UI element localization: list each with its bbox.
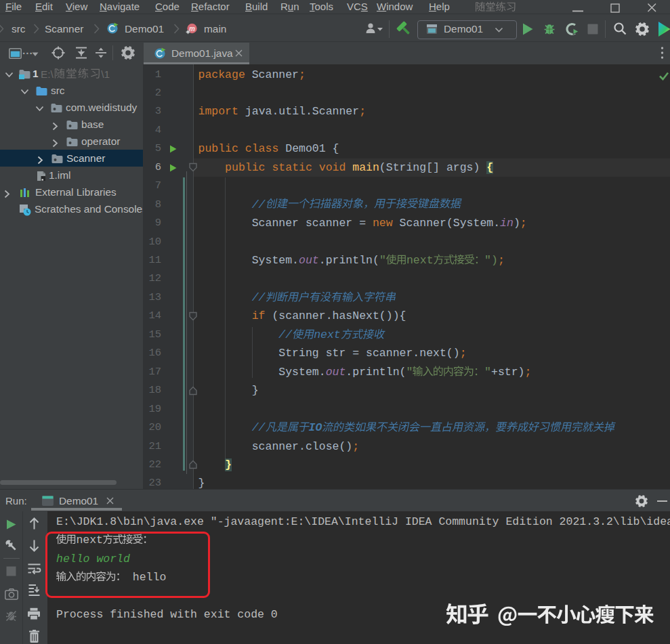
- svg-text:m: m: [189, 25, 195, 33]
